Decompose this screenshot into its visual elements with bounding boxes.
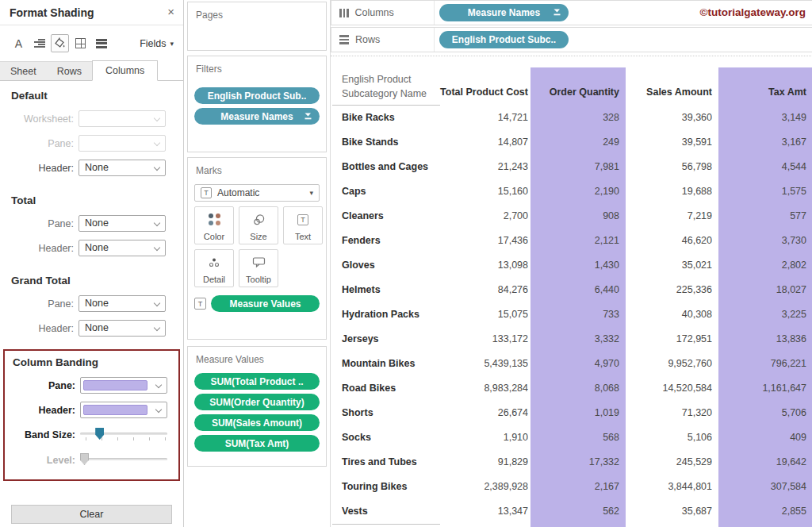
cell-value[interactable]: 71,320 bbox=[626, 401, 712, 425]
cell-value[interactable]: 1,019 bbox=[530, 401, 619, 425]
cell-value[interactable]: 1,575 bbox=[718, 179, 806, 204]
cell-value[interactable]: 6,440 bbox=[530, 278, 619, 302]
table-row[interactable]: Caps15,1602,19019,6881,575 bbox=[331, 179, 812, 204]
cell-value[interactable]: 3,844,801 bbox=[626, 475, 712, 499]
row-label[interactable]: Socks bbox=[342, 425, 371, 450]
cell-value[interactable]: 15,160 bbox=[439, 179, 528, 204]
cell-value[interactable]: 5,706 bbox=[718, 401, 806, 425]
table-row[interactable]: Tires and Tubes91,82917,332245,52919,642 bbox=[331, 450, 812, 475]
table-row[interactable]: Shorts26,6741,01971,3205,706 bbox=[331, 401, 812, 425]
detail-button[interactable]: Detail bbox=[194, 249, 234, 287]
cell-value[interactable]: 3,332 bbox=[530, 327, 619, 352]
cell-value[interactable]: 13,836 bbox=[718, 327, 806, 352]
cell-value[interactable]: 14,807 bbox=[439, 130, 528, 155]
cell-value[interactable]: 245,529 bbox=[626, 450, 712, 475]
cell-value[interactable]: 91,829 bbox=[439, 450, 528, 475]
cell-value[interactable]: 8,068 bbox=[530, 376, 619, 401]
fields-button[interactable]: Fields ▾ bbox=[140, 38, 174, 49]
text-button[interactable]: T Text bbox=[283, 206, 323, 244]
filter-pill-measure-names[interactable]: Measure Names bbox=[194, 108, 320, 125]
row-label[interactable]: Touring Bikes bbox=[342, 475, 407, 499]
cell-value[interactable]: 40,308 bbox=[626, 302, 712, 327]
cell-value[interactable]: 133,172 bbox=[439, 327, 528, 352]
cell-value[interactable]: 46,620 bbox=[626, 229, 712, 253]
filters-card[interactable]: Filters English Product Sub.. Measure Na… bbox=[187, 56, 327, 152]
cell-value[interactable]: 2,389,928 bbox=[439, 475, 528, 499]
cell-value[interactable]: 409 bbox=[718, 425, 806, 450]
cell-value[interactable]: 8,983,284 bbox=[439, 376, 528, 401]
cell-value[interactable]: 19,642 bbox=[718, 450, 806, 475]
total-pane-dropdown[interactable]: None bbox=[79, 215, 166, 232]
cell-value[interactable]: 2,121 bbox=[530, 229, 619, 253]
cell-value[interactable]: 5,439,135 bbox=[439, 352, 528, 376]
table-row[interactable]: Helmets84,2766,440225,33618,027 bbox=[331, 278, 812, 302]
font-icon[interactable]: A bbox=[10, 34, 28, 52]
row-label[interactable]: Jerseys bbox=[342, 327, 379, 352]
cell-value[interactable]: 56,798 bbox=[626, 155, 712, 179]
cell-value[interactable]: 2,855 bbox=[718, 499, 806, 524]
tooltip-button[interactable]: Tooltip bbox=[239, 249, 278, 287]
table-row[interactable]: Bottles and Cages21,2437,98156,7984,544 bbox=[331, 155, 812, 179]
column-header-order-quantity[interactable]: Order Quantity bbox=[530, 86, 619, 100]
row-label[interactable]: Hydration Packs bbox=[342, 302, 419, 327]
columns-pill-measure-names[interactable]: Measure Names bbox=[439, 4, 569, 21]
band-size-track[interactable] bbox=[80, 433, 167, 435]
cell-value[interactable]: 4,544 bbox=[718, 155, 806, 179]
cell-value[interactable]: 35,021 bbox=[626, 253, 712, 278]
table-row[interactable]: Bike Stands14,80724939,5913,167 bbox=[331, 130, 812, 155]
cell-value[interactable]: 9,952,760 bbox=[626, 352, 712, 376]
measure-pill-tax-amt[interactable]: SUM(Tax Amt) bbox=[194, 435, 320, 452]
cell-value[interactable]: 14,721 bbox=[439, 106, 528, 130]
cell-value[interactable]: 2,700 bbox=[439, 204, 528, 229]
measure-pill-order-quantity[interactable]: SUM(Order Quantity) bbox=[194, 394, 320, 410]
cell-value[interactable]: 3,730 bbox=[718, 229, 806, 253]
marks-card[interactable]: Marks T Automatic ▾ Color Size bbox=[187, 157, 327, 340]
banding-header-color-dropdown[interactable] bbox=[80, 402, 167, 418]
cell-value[interactable]: 1,910 bbox=[439, 425, 528, 450]
cell-value[interactable]: 84,276 bbox=[439, 278, 528, 302]
cell-value[interactable]: 7,981 bbox=[530, 155, 619, 179]
cell-value[interactable]: 2,802 bbox=[718, 253, 806, 278]
table-row[interactable]: Fenders17,4362,12146,6203,730 bbox=[331, 229, 812, 253]
shading-lines-icon[interactable] bbox=[92, 34, 110, 52]
tab-sheet[interactable]: Sheet bbox=[0, 61, 47, 80]
measure-pill-sales-amount[interactable]: SUM(Sales Amount) bbox=[194, 414, 320, 431]
row-label[interactable]: Vests bbox=[342, 499, 368, 524]
cell-value[interactable]: 13,347 bbox=[439, 499, 528, 524]
rows-shelf[interactable]: Rows English Product Subc.. bbox=[331, 27, 812, 52]
cell-value[interactable]: 7,219 bbox=[626, 204, 712, 229]
grand-total-pane-dropdown[interactable]: None bbox=[79, 295, 166, 312]
clear-button[interactable]: Clear bbox=[11, 505, 172, 524]
cell-value[interactable]: 18,027 bbox=[718, 278, 806, 302]
table-row[interactable]: Jerseys133,1723,332172,95113,836 bbox=[331, 327, 812, 352]
cell-value[interactable]: 5,106 bbox=[626, 425, 712, 450]
cell-value[interactable]: 39,591 bbox=[626, 130, 712, 155]
column-header-tax-amt[interactable]: Tax Amt bbox=[718, 86, 806, 100]
table-row[interactable]: Road Bikes8,983,2848,06814,520,5841,161,… bbox=[331, 376, 812, 401]
band-size-slider[interactable] bbox=[80, 425, 167, 444]
column-header-total-product-cost[interactable]: Total Product Cost bbox=[439, 86, 528, 100]
table-row[interactable]: Socks1,9105685,106409 bbox=[331, 425, 812, 450]
cell-value[interactable]: 3,225 bbox=[718, 302, 806, 327]
cell-value[interactable]: 328 bbox=[530, 106, 619, 130]
row-label[interactable]: Road Bikes bbox=[342, 376, 396, 401]
cell-value[interactable]: 172,951 bbox=[626, 327, 712, 352]
column-header-subcategory[interactable]: English Product Subcategory Name bbox=[342, 73, 439, 101]
row-label[interactable]: Mountain Bikes bbox=[342, 352, 415, 376]
color-button[interactable]: Color bbox=[194, 206, 234, 244]
cell-value[interactable]: 577 bbox=[718, 204, 806, 229]
columns-shelf[interactable]: Columns Measure Names ©tutorialgateway.o… bbox=[331, 0, 812, 25]
cell-value[interactable]: 35,687 bbox=[626, 499, 712, 524]
table-row[interactable]: Cleaners2,7009087,219577 bbox=[331, 204, 812, 229]
cell-value[interactable]: 3,149 bbox=[718, 106, 806, 130]
table-row[interactable]: Bike Racks14,72132839,3603,149 bbox=[331, 106, 812, 130]
row-label[interactable]: Cleaners bbox=[342, 204, 384, 229]
measure-values-encoding-pill[interactable]: Measure Values bbox=[211, 295, 320, 312]
cell-value[interactable]: 39,360 bbox=[626, 106, 712, 130]
row-label[interactable]: Shorts bbox=[342, 401, 373, 425]
cell-value[interactable]: 14,520,584 bbox=[626, 376, 712, 401]
table-row[interactable]: Gloves13,0981,43035,0212,802 bbox=[331, 253, 812, 278]
pages-card[interactable]: Pages bbox=[187, 2, 327, 51]
table-row[interactable]: Touring Bikes2,389,9282,1673,844,801307,… bbox=[331, 475, 812, 499]
banding-pane-color-dropdown[interactable] bbox=[80, 377, 167, 394]
